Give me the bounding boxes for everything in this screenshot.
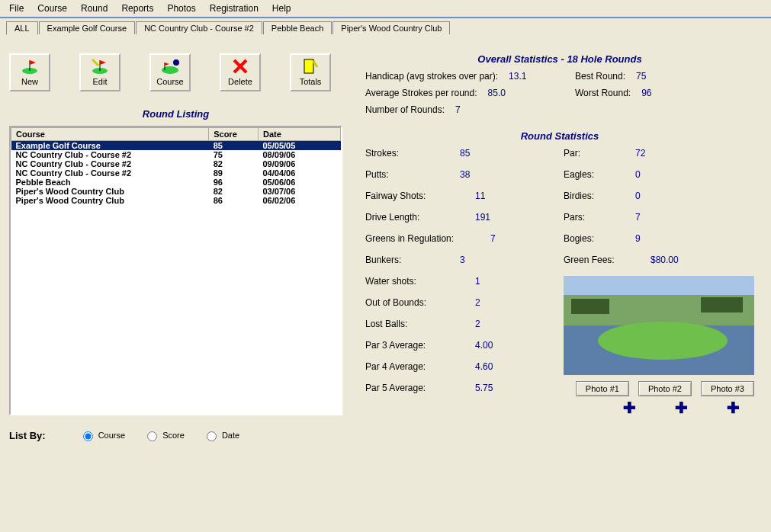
- table-row[interactable]: Pebble Beach9605/06/06: [11, 178, 341, 187]
- tab-pebble[interactable]: Pebble Beach: [263, 21, 332, 34]
- eagles-value: 0: [635, 169, 641, 180]
- photo-3-button[interactable]: Photo #3: [701, 381, 754, 396]
- round-stats-title: Round Statistics: [358, 130, 762, 142]
- avgstrokes-label: Average Strokes per round:: [365, 88, 477, 98]
- table-row[interactable]: NC Country Club - Course #28209/09/06: [11, 159, 341, 168]
- totals-label: Totals: [300, 77, 322, 86]
- cell-course: NC Country Club - Course #2: [11, 159, 209, 168]
- cell-score: 82: [209, 159, 259, 168]
- water-label: Water shots:: [365, 276, 464, 287]
- cell-course: NC Country Club - Course #2: [11, 168, 209, 178]
- delete-label: Delete: [228, 77, 252, 86]
- menu-round[interactable]: Round: [75, 2, 114, 15]
- menu-photos[interactable]: Photos: [161, 2, 201, 15]
- col-date[interactable]: Date: [258, 128, 340, 141]
- par-value: 72: [635, 148, 645, 159]
- flag-green-icon: [19, 57, 40, 75]
- listby-label: List By:: [9, 430, 46, 441]
- table-row[interactable]: Piper's Wood Country Club8203/07/06: [11, 187, 341, 196]
- pars-value: 7: [635, 212, 641, 223]
- birdies-value: 0: [635, 191, 641, 201]
- best-value: 75: [636, 71, 646, 82]
- radio-course[interactable]: Course: [79, 429, 125, 441]
- par-label: Par:: [564, 148, 625, 159]
- svg-marker-5: [100, 60, 106, 65]
- col-score[interactable]: Score: [209, 128, 259, 141]
- col-course[interactable]: Course: [11, 128, 209, 141]
- svg-point-8: [173, 59, 179, 66]
- birdies-label: Birdies:: [564, 191, 625, 201]
- bogies-value: 9: [635, 233, 641, 244]
- add-photo-3-icon[interactable]: ✚: [725, 401, 740, 416]
- water-value: 1: [475, 276, 480, 287]
- cell-course: Pebble Beach: [11, 178, 209, 187]
- tabbar: ALL Example Golf Course NC Country Club …: [0, 21, 771, 34]
- cell-course: NC Country Club - Course #2: [11, 150, 209, 159]
- fees-label: Green Fees:: [564, 255, 640, 265]
- drive-label: Drive Length:: [365, 212, 464, 223]
- cell-date: 06/02/06: [258, 196, 340, 205]
- tab-nc[interactable]: NC Country Club - Course #2: [136, 21, 262, 34]
- tab-pipers[interactable]: Piper's Wood Country Club: [332, 21, 450, 34]
- svg-point-7: [162, 66, 178, 74]
- overall-stats-title: Overall Statistics - 18 Hole Rounds: [358, 53, 762, 65]
- table-row[interactable]: Example Golf Course8505/05/05: [11, 141, 341, 151]
- table-row[interactable]: NC Country Club - Course #27508/09/06: [11, 150, 341, 159]
- totals-button[interactable]: Totals: [290, 53, 331, 91]
- par4-value: 4.60: [475, 361, 493, 372]
- photo-1-button[interactable]: Photo #1: [576, 381, 629, 396]
- new-button[interactable]: New: [9, 53, 50, 91]
- cell-date: 04/04/06: [258, 168, 340, 178]
- menu-registration[interactable]: Registration: [204, 2, 265, 15]
- new-label: New: [21, 77, 38, 86]
- menu-file[interactable]: File: [3, 2, 30, 15]
- svg-line-6: [92, 59, 98, 66]
- strokes-label: Strokes:: [365, 148, 449, 159]
- lost-value: 2: [475, 319, 480, 329]
- radio-score[interactable]: Score: [143, 429, 185, 441]
- fees-value: $80.00: [651, 255, 679, 265]
- par5-label: Par 5 Average:: [365, 383, 464, 393]
- numrounds-label: Number of Rounds:: [365, 104, 445, 115]
- par4-label: Par 4 Average:: [365, 361, 464, 372]
- photo-2-button[interactable]: Photo #2: [638, 381, 692, 396]
- par3-label: Par 3 Average:: [365, 340, 464, 351]
- cell-score: 85: [209, 141, 259, 151]
- table-row[interactable]: NC Country Club - Course #28904/04/06: [11, 168, 341, 178]
- edit-button[interactable]: Edit: [79, 53, 120, 91]
- svg-rect-20: [701, 297, 743, 312]
- tab-all[interactable]: ALL: [6, 21, 38, 35]
- bunkers-value: 3: [460, 255, 465, 265]
- menu-help[interactable]: Help: [266, 2, 297, 15]
- delete-button[interactable]: Delete: [220, 53, 261, 91]
- course-button[interactable]: Course: [149, 53, 191, 91]
- cell-score: 96: [209, 178, 259, 187]
- fairway-label: Fairway Shots:: [365, 191, 464, 201]
- cell-course: Example Golf Course: [11, 141, 209, 151]
- lost-label: Lost Balls:: [365, 319, 464, 329]
- course-photo: [564, 276, 754, 375]
- tab-example[interactable]: Example Golf Course: [39, 21, 136, 34]
- best-label: Best Round:: [575, 71, 625, 82]
- svg-rect-19: [571, 299, 609, 314]
- course-icon: [159, 57, 181, 75]
- svg-rect-16: [564, 276, 754, 295]
- add-photo-2-icon[interactable]: ✚: [673, 401, 689, 416]
- gir-value: 7: [490, 233, 496, 244]
- radio-date[interactable]: Date: [203, 429, 239, 441]
- round-listing-table[interactable]: Course Score Date Example Golf Course850…: [9, 126, 342, 415]
- svg-line-14: [313, 61, 317, 67]
- cell-date: 03/07/06: [258, 187, 340, 196]
- menu-reports[interactable]: Reports: [115, 2, 159, 15]
- menubar: File Course Round Reports Photos Registr…: [0, 0, 771, 18]
- par5-value: 5.75: [475, 383, 493, 393]
- cell-score: 82: [209, 187, 259, 196]
- cell-date: 05/05/05: [258, 141, 340, 151]
- svg-rect-13: [304, 59, 313, 73]
- cell-course: Piper's Wood Country Club: [11, 196, 209, 205]
- bunkers-label: Bunkers:: [365, 255, 449, 265]
- menu-course[interactable]: Course: [31, 2, 73, 15]
- add-photo-1-icon[interactable]: ✚: [622, 401, 637, 416]
- table-row[interactable]: Piper's Wood Country Club8606/02/06: [11, 196, 341, 205]
- worst-label: Worst Round:: [575, 88, 631, 98]
